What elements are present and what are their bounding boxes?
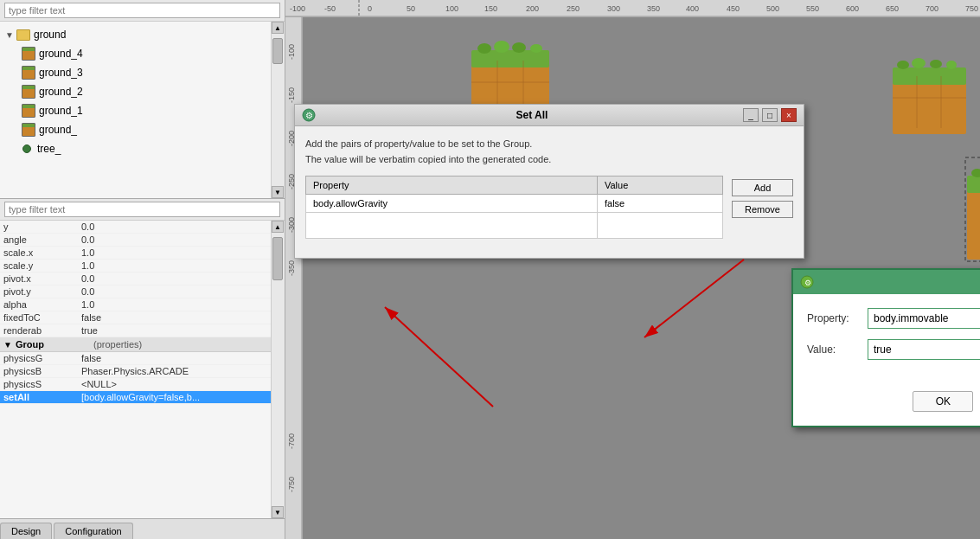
props-scroll-up-btn[interactable]: ▲ [272, 221, 284, 233]
set-all-col-value: Value [597, 176, 722, 195]
add-prop-ok-btn[interactable]: OK [913, 391, 973, 412]
tree-item-ground0[interactable]: ground_ [0, 120, 271, 139]
set-all-add-btn[interactable]: Add [732, 179, 793, 196]
set-all-remove-btn[interactable]: Remove [732, 201, 793, 218]
property-form-row: Property: [807, 308, 980, 329]
tree-item-ground2[interactable]: ground_2 [0, 82, 271, 101]
prop-row-scalex[interactable]: scale.x 1.0 [0, 247, 271, 260]
svg-point-33 [477, 43, 491, 54]
prop-value-alpha: 1.0 [81, 299, 267, 310]
set-all-maximize-btn[interactable]: □ [762, 108, 778, 122]
prop-row-physicsg[interactable]: physicsG false [0, 352, 271, 365]
tree-filter-input[interactable] [4, 3, 280, 18]
prop-row-angle[interactable]: angle 0.0 [0, 234, 271, 247]
svg-point-45 [946, 61, 957, 69]
set-all-row-0[interactable]: body.allowGravity false [306, 195, 723, 213]
set-all-desc: Add the pairs of property/value to be se… [305, 137, 793, 167]
svg-text:50: 50 [407, 4, 415, 13]
svg-text:-100: -100 [287, 44, 296, 60]
prop-row-physicss[interactable]: physicsS <NULL> [0, 378, 271, 391]
ruler-left: -100 -150 -200 -250 -300 -350 -700 -750 [285, 17, 303, 539]
prop-value-fixedtoc: false [81, 312, 267, 323]
tab-configuration[interactable]: Configuration [54, 523, 132, 539]
svg-text:150: 150 [484, 4, 497, 13]
prop-value-physicsg: false [81, 353, 267, 363]
svg-text:700: 700 [926, 4, 938, 13]
canvas-area: -100 -50 0 50 100 150 200 250 300 350 40… [285, 0, 980, 539]
prop-name-scalex: scale.x [3, 247, 81, 258]
group-header[interactable]: ▼ Group (properties) [0, 337, 271, 352]
svg-rect-49 [967, 182, 980, 260]
properties-section: y 0.0 angle 0.0 scale.x 1.0 scale.y 1.0 [0, 199, 285, 539]
tree-item-ground3[interactable]: ground_3 [0, 63, 271, 82]
svg-text:600: 600 [846, 4, 859, 13]
set-all-cell-empty-1 [306, 213, 598, 239]
property-label: Property: [807, 312, 868, 324]
group-expand-icon[interactable]: ▼ [3, 340, 16, 350]
svg-text:300: 300 [607, 4, 620, 13]
set-all-col-property: Property [306, 176, 598, 195]
tree-icon-dot [19, 141, 35, 157]
tree-scroll-up-btn[interactable]: ▲ [272, 22, 284, 34]
tree-item-tree[interactable]: tree_ [0, 139, 271, 158]
prop-row-pivotx[interactable]: pivot.x 0.0 [0, 273, 271, 286]
svg-rect-50 [967, 176, 980, 193]
set-all-content: Add the pairs of property/value to be se… [295, 126, 804, 258]
tree-list: ▼ ground ground_4 [0, 22, 271, 198]
prop-name-y: y [3, 221, 81, 232]
svg-text:250: 250 [567, 4, 580, 13]
svg-text:⚙: ⚙ [804, 279, 811, 287]
svg-point-36 [530, 44, 542, 53]
svg-text:650: 650 [886, 4, 899, 13]
prop-name-fixedtoc: fixedToC [3, 312, 81, 323]
tree-label-ground1: ground_1 [39, 105, 83, 117]
tree-scroll-down-btn[interactable]: ▼ [272, 186, 284, 198]
value-input[interactable] [868, 339, 980, 360]
tree-scrollbar[interactable]: ▲ ▼ [271, 22, 285, 198]
props-scroll-down-btn[interactable]: ▼ [272, 506, 284, 518]
prop-name-renderab: renderab [3, 325, 81, 336]
tree-item-ground4[interactable]: ground_4 [0, 44, 271, 63]
prop-row-fixedtoc[interactable]: fixedToC false [0, 311, 271, 324]
set-all-action-buttons: Add Remove [732, 176, 793, 247]
left-panel: ▼ ground ground_4 [0, 0, 285, 539]
svg-text:100: 100 [445, 4, 458, 13]
set-all-minimize-btn[interactable]: _ [743, 108, 759, 122]
property-input[interactable] [868, 308, 980, 329]
properties-list: y 0.0 angle 0.0 scale.x 1.0 scale.y 1.0 [0, 221, 271, 518]
prop-row-setall[interactable]: setAll [body.allowGravity=false,b... [0, 391, 271, 404]
svg-text:200: 200 [526, 4, 539, 13]
prop-row-y[interactable]: y 0.0 [0, 221, 271, 234]
ruler-top: -100 -50 0 50 100 150 200 250 300 350 40… [285, 0, 980, 17]
prop-row-pivoty[interactable]: pivot.y 0.0 [0, 286, 271, 298]
add-prop-dialog-icon: ⚙ [800, 275, 814, 289]
prop-row-alpha[interactable]: alpha 1.0 [0, 298, 271, 311]
svg-point-42 [897, 61, 909, 69]
prop-value-physicss: <NULL> [81, 379, 267, 389]
props-filter-bar [0, 199, 285, 221]
prop-value-y: 0.0 [81, 221, 267, 232]
tree-expand-icon[interactable]: ▼ [3, 30, 16, 40]
ground-icon-0 [21, 122, 36, 138]
props-filter-input[interactable] [4, 202, 280, 217]
group-name-label: Group [16, 339, 93, 350]
props-scrollbar[interactable]: ▲ ▼ [271, 221, 285, 518]
prop-row-physicsb[interactable]: physicsB Phaser.Physics.ARCADE [0, 365, 271, 378]
tree-item-ground-root[interactable]: ▼ ground [0, 25, 271, 44]
tree-item-ground1[interactable]: ground_1 [0, 101, 271, 120]
tree-label-tree: tree_ [37, 143, 61, 155]
tab-design[interactable]: Design [0, 523, 52, 539]
tree-label-ground2: ground_2 [39, 86, 83, 98]
set-all-row-empty [306, 213, 723, 239]
svg-rect-41 [893, 67, 966, 85]
prop-value-physicsb: Phaser.Physics.ARCADE [81, 366, 267, 376]
prop-value-scalex: 1.0 [81, 247, 267, 258]
ground-icon-4 [21, 46, 36, 61]
prop-row-renderab[interactable]: renderab true [0, 324, 271, 337]
add-property-content: Property: Value: [793, 294, 980, 384]
tree-section: ▼ ground ground_4 [0, 0, 285, 199]
set-all-close-btn[interactable]: × [781, 108, 797, 122]
tree-root-label: ground [34, 29, 66, 41]
prop-row-scaley[interactable]: scale.y 1.0 [0, 260, 271, 273]
svg-text:500: 500 [766, 4, 779, 13]
